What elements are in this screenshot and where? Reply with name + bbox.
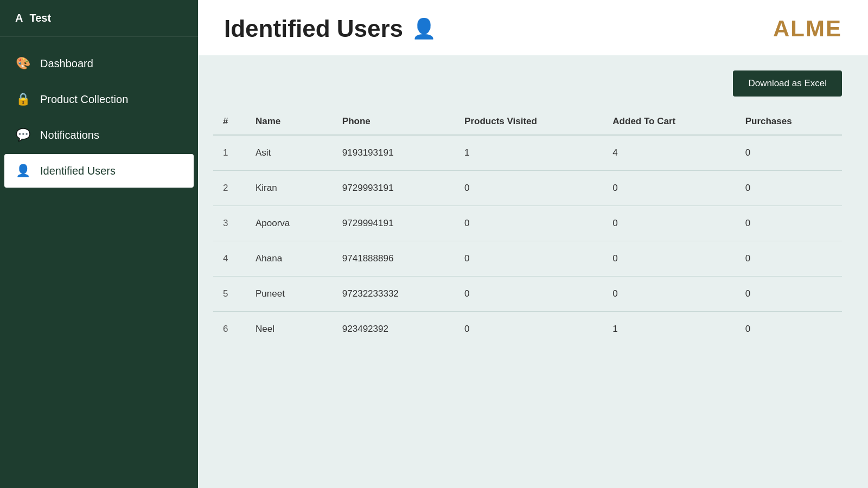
sidebar-label-product-collection: Product Collection <box>40 93 128 106</box>
sidebar-icon-dashboard: 🎨 <box>15 56 30 70</box>
table-col-#: # <box>213 108 246 135</box>
table-col-purchases: Purchases <box>736 108 842 135</box>
table-toolbar: Download as Excel <box>213 70 842 97</box>
users-table: #NamePhoneProducts VisitedAdded To CartP… <box>213 108 842 346</box>
table-cell-0-0: 1 <box>213 135 246 171</box>
table-cell-4-2: 97232233332 <box>333 277 455 312</box>
page-title-row: Identified Users 👤 <box>224 15 436 42</box>
sidebar-icon-identified-users: 👤 <box>15 164 30 178</box>
table-col-products-visited: Products Visited <box>455 108 603 135</box>
table-cell-4-5: 0 <box>736 277 842 312</box>
table-cell-0-5: 0 <box>736 135 842 171</box>
table-cell-5-3: 0 <box>455 312 603 347</box>
table-cell-5-5: 0 <box>736 312 842 347</box>
table-col-phone: Phone <box>333 108 455 135</box>
table-header: #NamePhoneProducts VisitedAdded To CartP… <box>213 108 842 135</box>
table-cell-5-0: 6 <box>213 312 246 347</box>
table-col-name: Name <box>246 108 333 135</box>
table-cell-5-2: 923492392 <box>333 312 455 347</box>
table-cell-2-0: 3 <box>213 206 246 241</box>
table-cell-1-2: 9729993191 <box>333 171 455 206</box>
sidebar-nav: 🎨 Dashboard 🔒 Product Collection 💬 Notif… <box>0 37 198 197</box>
table-row: 4Ahana9741888896000 <box>213 241 842 277</box>
table-cell-3-1: Ahana <box>246 241 333 277</box>
table-cell-0-3: 1 <box>455 135 603 171</box>
table-cell-1-5: 0 <box>736 171 842 206</box>
table-cell-2-2: 9729994191 <box>333 206 455 241</box>
table-row: 2Kiran9729993191000 <box>213 171 842 206</box>
sidebar-item-notifications[interactable]: 💬 Notifications <box>0 118 198 152</box>
sidebar-item-product-collection[interactable]: 🔒 Product Collection <box>0 82 198 116</box>
table-cell-3-3: 0 <box>455 241 603 277</box>
table-cell-5-1: Neel <box>246 312 333 347</box>
table-cell-1-3: 0 <box>455 171 603 206</box>
table-cell-0-1: Asit <box>246 135 333 171</box>
table-cell-2-1: Apoorva <box>246 206 333 241</box>
sidebar-label-identified-users: Identified Users <box>40 165 116 177</box>
download-excel-button[interactable]: Download as Excel <box>733 70 842 97</box>
table-cell-3-0: 4 <box>213 241 246 277</box>
sidebar-label-notifications: Notifications <box>40 129 99 142</box>
table-cell-2-5: 0 <box>736 206 842 241</box>
table-cell-5-4: 1 <box>603 312 735 347</box>
page-title-icon: 👤 <box>412 17 436 40</box>
table-cell-1-4: 0 <box>603 171 735 206</box>
table-cell-4-1: Puneet <box>246 277 333 312</box>
table-cell-1-0: 2 <box>213 171 246 206</box>
table-row: 5Puneet97232233332000 <box>213 277 842 312</box>
table-cell-4-0: 5 <box>213 277 246 312</box>
sidebar-label-dashboard: Dashboard <box>40 57 93 70</box>
sidebar-item-identified-users[interactable]: 👤 Identified Users <box>4 154 194 188</box>
main-content: Identified Users 👤 ALME Download as Exce… <box>198 0 868 488</box>
sidebar-app-name: Test <box>29 12 51 24</box>
sidebar-icon-product-collection: 🔒 <box>15 92 30 106</box>
sidebar-icon-notifications: 💬 <box>15 128 30 142</box>
table-cell-3-4: 0 <box>603 241 735 277</box>
sidebar-header: A Test <box>0 0 198 37</box>
table-cell-2-3: 0 <box>455 206 603 241</box>
table-cell-2-4: 0 <box>603 206 735 241</box>
table-header-row: #NamePhoneProducts VisitedAdded To CartP… <box>213 108 842 135</box>
table-cell-1-1: Kiran <box>246 171 333 206</box>
table-body: 1Asit91931931911402Kiran97299931910003Ap… <box>213 135 842 346</box>
table-cell-3-5: 0 <box>736 241 842 277</box>
table-cell-0-4: 4 <box>603 135 735 171</box>
sidebar-logo-letter: A <box>15 12 23 24</box>
brand-logo: ALME <box>773 16 842 42</box>
table-col-added-to-cart: Added To Cart <box>603 108 735 135</box>
sidebar-item-dashboard[interactable]: 🎨 Dashboard <box>0 47 198 80</box>
table-area: Download as Excel #NamePhoneProducts Vis… <box>198 55 868 488</box>
page-title: Identified Users <box>224 15 403 42</box>
sidebar: A Test 🎨 Dashboard 🔒 Product Collection … <box>0 0 198 488</box>
table-row: 1Asit9193193191140 <box>213 135 842 171</box>
table-row: 6Neel923492392010 <box>213 312 842 347</box>
table-cell-0-2: 9193193191 <box>333 135 455 171</box>
main-header: Identified Users 👤 ALME <box>198 0 868 55</box>
table-cell-4-3: 0 <box>455 277 603 312</box>
table-cell-4-4: 0 <box>603 277 735 312</box>
table-cell-3-2: 9741888896 <box>333 241 455 277</box>
table-row: 3Apoorva9729994191000 <box>213 206 842 241</box>
